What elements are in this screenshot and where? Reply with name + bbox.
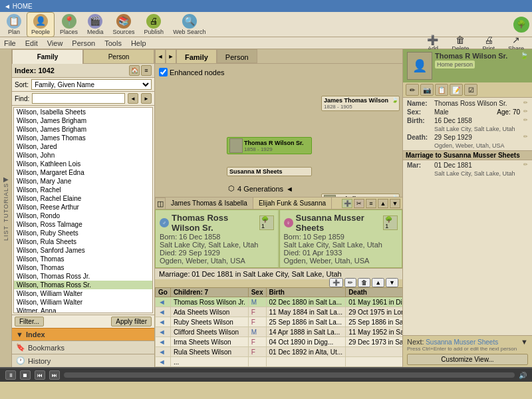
nav-back-btn[interactable]: ◄ xyxy=(155,49,166,64)
home-link[interactable]: ◄ HOME xyxy=(4,3,33,10)
person-notes-btn[interactable]: 📝 xyxy=(450,84,463,96)
name-list-item[interactable]: Wilson, Rondo xyxy=(14,211,152,220)
enhanced-nodes-checkbox[interactable] xyxy=(159,68,168,76)
name-list-item[interactable]: Wilson, Kathleen Lois xyxy=(14,160,152,168)
volume-icon[interactable]: 🔊 xyxy=(519,372,527,379)
name-edit-icon[interactable]: ✏ xyxy=(523,100,528,106)
index-home-btn[interactable]: 🏠 xyxy=(129,65,140,76)
table-row[interactable]: ◄ Ruby Sheets Wilson F 25 Sep 1886 in Sa… xyxy=(156,317,403,327)
index-section[interactable]: ▼ Index xyxy=(12,328,154,340)
family-up-btn[interactable]: ▲ xyxy=(378,199,388,208)
family-down-btn[interactable]: ▼ xyxy=(390,199,400,208)
marriage-up-btn[interactable]: ▲ xyxy=(372,278,384,287)
wife-tree-btn[interactable]: 🌳 1 xyxy=(383,215,398,230)
name-list-item[interactable]: Wilson, Thomas xyxy=(14,263,152,272)
birth-edit-icon[interactable]: ✏ xyxy=(523,117,528,123)
table-row[interactable]: ◄ Irma Sheets Wilson F 04 Oct 1890 in Di… xyxy=(156,337,403,347)
find-next-btn[interactable]: ► xyxy=(141,93,152,104)
nav-forward-btn[interactable]: ► xyxy=(166,49,176,64)
sources-tool[interactable]: 📚 Sources xyxy=(109,13,139,37)
index-options-btn[interactable]: ≡ xyxy=(141,65,152,76)
next-dropdown-icon[interactable]: ▼ xyxy=(521,338,528,346)
person-menu-item[interactable]: Person xyxy=(72,39,95,47)
view-menu-item[interactable]: View xyxy=(47,39,63,47)
next-name-link[interactable]: Susanna Musser Sheets xyxy=(426,338,498,346)
help-menu-item[interactable]: Help xyxy=(131,39,146,47)
person-tasks-btn[interactable]: ☑ xyxy=(464,84,477,96)
james-isabella-tab[interactable]: James Thomas & Isabella xyxy=(166,198,253,209)
marriage-down-btn[interactable]: ▼ xyxy=(386,278,398,287)
edit-menu-item[interactable]: Edit xyxy=(25,39,38,47)
name-list-item[interactable]: Witmer, Anna xyxy=(14,307,152,313)
child-go-cell[interactable]: ◄ xyxy=(156,347,171,357)
tab-person[interactable]: Person xyxy=(83,49,154,64)
tree-person-thomas-r-wilson[interactable]: Thomas R Wilson Sr. 1858 - 1929 xyxy=(227,137,312,154)
name-list-item[interactable]: Wilson, Rula Sheets xyxy=(14,237,152,246)
apply-filter-button[interactable]: Apply filter xyxy=(111,317,152,327)
media-tool[interactable]: 🎬 Media xyxy=(83,13,108,37)
customize-view-button[interactable]: Customize View... xyxy=(407,354,528,365)
family-delete-btn[interactable]: ✂ xyxy=(354,199,364,208)
table-row[interactable]: ◄ Thomas Ross Wilson Jr. M 02 Dec 1880 i… xyxy=(156,297,403,307)
name-list-item[interactable]: Wilson, Ruby Sheets xyxy=(14,229,152,237)
death-edit-icon[interactable]: ✏ xyxy=(523,134,528,140)
name-list-item[interactable]: Wilson, Mary Jane xyxy=(14,177,152,186)
family-add-btn[interactable]: ➕ xyxy=(342,199,352,208)
marriage-delete-btn[interactable]: 🗑 xyxy=(358,278,370,287)
person-media-btn[interactable]: 📷 xyxy=(420,84,434,96)
marriage-edit-btn[interactable]: ✏ xyxy=(344,278,356,287)
tree-person-james-wilson[interactable]: James Thomas Wilson 1828 - 1905 🍃 xyxy=(321,96,400,111)
name-list-item[interactable]: Wilson, John xyxy=(14,151,152,160)
child-go-cell[interactable]: ◄ xyxy=(156,317,171,327)
table-row[interactable]: ◄ Ada Sheets Wilson F 11 May 1884 in Sal… xyxy=(156,307,403,317)
family-nav-icon[interactable]: ◫ xyxy=(155,198,166,209)
places-tool[interactable]: 📍 Places xyxy=(56,13,82,37)
name-list-item[interactable]: Wilson, Thomas xyxy=(14,255,152,263)
table-row[interactable]: ◄ Clifford Sheets Wilson M 14 Apr 1888 i… xyxy=(156,327,403,337)
name-list-item[interactable]: Wilson, Thomas Ross Sr. xyxy=(14,281,152,289)
sort-select[interactable]: Family, Given Name xyxy=(31,79,152,90)
stop-btn[interactable]: ⏹ xyxy=(20,370,31,380)
child-go-cell[interactable]: ◄ xyxy=(156,307,171,317)
websearch-tool[interactable]: 🔍 Web Search xyxy=(169,13,209,37)
tree-person-isabella-ross[interactable]: Isabella Ross 1836 - 1865 🍃 xyxy=(321,194,400,197)
find-input[interactable] xyxy=(32,93,125,104)
next-btn[interactable]: ⏭ xyxy=(49,370,60,380)
filter-button[interactable]: Filter... xyxy=(15,317,44,327)
name-list-item[interactable]: Wilson, Isabella Sheets xyxy=(14,108,152,116)
husband-tree-btn[interactable]: 🌳 1 xyxy=(259,215,274,230)
elijah-susanna-tab[interactable]: Elijah Funk & Susanna xyxy=(253,198,332,209)
bookmarks-section[interactable]: 🔖 Bookmarks xyxy=(12,340,154,354)
name-list-item[interactable]: Wilson, William Walter xyxy=(14,289,152,298)
name-list-item[interactable]: Wilson, Rachel Elaine xyxy=(14,194,152,203)
table-row[interactable]: ◄ Rula Sheets Wilson F 01 Dec 1892 in Al… xyxy=(156,347,403,357)
sex-edit-icon[interactable]: ✏ xyxy=(523,108,528,114)
tab-person-view[interactable]: Person xyxy=(217,49,257,63)
play-pause-btn[interactable]: ⏸ xyxy=(5,370,16,380)
child-go-cell[interactable]: ◄ xyxy=(156,327,171,337)
name-list-item[interactable]: Wilson, Reese Arthur xyxy=(14,203,152,211)
edit-person-btn[interactable]: ✏ xyxy=(406,84,419,96)
name-list-item[interactable]: Wilson, Rachel xyxy=(14,186,152,194)
people-tool[interactable]: 👤 People xyxy=(27,12,55,37)
plan-tool[interactable]: 📋 Plan xyxy=(3,13,25,37)
tools-menu-item[interactable]: Tools xyxy=(104,39,122,47)
name-list-item[interactable]: Wilson, James Brigham xyxy=(14,116,152,125)
tree-person-susanna-sheets[interactable]: Susanna M Sheets xyxy=(227,167,312,176)
name-list-item[interactable]: Wilson, Margaret Edna xyxy=(14,168,152,177)
file-menu-item[interactable]: File xyxy=(4,39,16,47)
name-list-item[interactable]: Wilson, James Brigham xyxy=(14,125,152,134)
prev-btn[interactable]: ⏮ xyxy=(35,370,45,380)
child-go-cell[interactable]: ◄ xyxy=(156,337,171,347)
tab-family[interactable]: Family xyxy=(12,49,83,64)
publish-tool[interactable]: 🖨 Publish xyxy=(140,13,168,37)
name-list-item[interactable]: Wilson, Thomas Ross Jr. xyxy=(14,272,152,281)
child-go-cell[interactable]: ◄ xyxy=(156,297,171,307)
family-options-btn[interactable]: ≡ xyxy=(366,199,376,208)
progress-bar[interactable] xyxy=(64,372,515,378)
name-list-item[interactable]: Wilson, Jared xyxy=(14,142,152,151)
name-list-item[interactable]: Wilson, William Walter xyxy=(14,298,152,307)
marriage-add-btn[interactable]: ➕ xyxy=(329,278,343,287)
table-row[interactable]: ◄ ... xyxy=(156,357,403,367)
name-list-item[interactable]: Wilson, Ross Talmage xyxy=(14,220,152,229)
